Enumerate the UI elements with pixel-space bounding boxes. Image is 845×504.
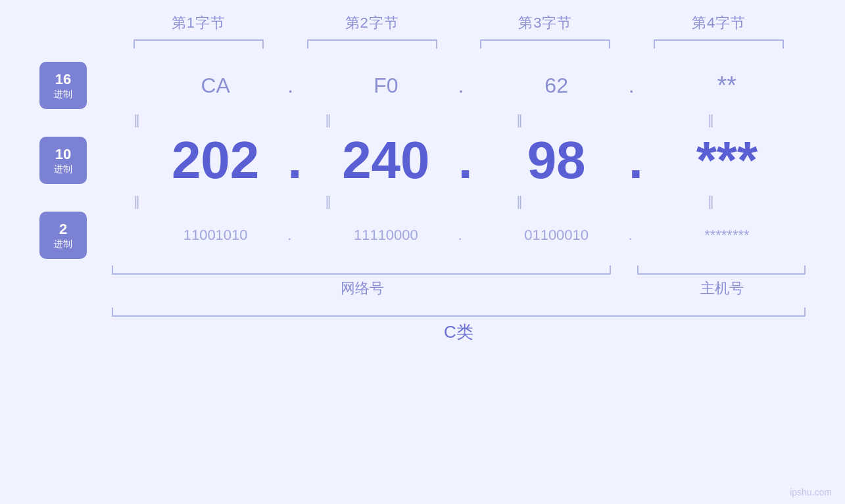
hex-badge-bottom: 进制 bbox=[54, 89, 72, 100]
bracket-top-4 bbox=[654, 39, 784, 49]
hex-content: CA . F0 . 62 . ** bbox=[137, 72, 806, 100]
pipe-cell-1-4: ‖ bbox=[614, 112, 806, 127]
decimal-b2: 240 bbox=[307, 130, 464, 191]
binary-badge: 2 进制 bbox=[39, 212, 87, 259]
byte3-header: 第3字节 bbox=[459, 13, 633, 33]
pipe-cell-2-3: ‖ bbox=[423, 193, 614, 209]
watermark: ipshu.com bbox=[790, 487, 832, 497]
host-bracket bbox=[637, 265, 806, 275]
binary-b3: 01100010 bbox=[478, 227, 635, 244]
bracket-cell-2 bbox=[285, 39, 459, 49]
class-bracket bbox=[112, 308, 806, 317]
binary-badge-col: 2 进制 bbox=[39, 212, 112, 259]
decimal-badge-top: 10 bbox=[55, 146, 71, 163]
binary-badge-bottom: 进制 bbox=[54, 239, 72, 250]
pipe-cell-2-1: ‖ bbox=[39, 193, 231, 209]
decimal-badge: 10 进制 bbox=[39, 137, 87, 184]
hex-b2: F0 bbox=[307, 74, 464, 98]
bottom-labels: 网络号 主机号 bbox=[112, 279, 806, 298]
decimal-badge-bottom: 进制 bbox=[54, 164, 72, 175]
main-container: 第1字节 第2字节 第3字节 第4字节 16 进制 CA bbox=[0, 0, 845, 504]
decimal-b3: 98 bbox=[478, 130, 635, 191]
bracket-top-2 bbox=[307, 39, 437, 49]
hex-badge-col: 16 进制 bbox=[39, 62, 112, 109]
decimal-badge-col: 10 进制 bbox=[39, 137, 112, 184]
decimal-content: 202 . 240 . 98 . *** bbox=[137, 130, 806, 191]
hex-b4: ** bbox=[648, 72, 806, 100]
bracket-cell-4 bbox=[632, 39, 806, 49]
network-label: 网络号 bbox=[112, 279, 612, 298]
host-label: 主机号 bbox=[639, 279, 806, 298]
pipe-cell-2-4: ‖ bbox=[614, 193, 806, 209]
class-bracket-row bbox=[112, 308, 806, 317]
bottom-brackets bbox=[112, 265, 806, 275]
network-bracket bbox=[112, 265, 611, 275]
class-label: C类 bbox=[112, 321, 806, 344]
pipe-row-2: ‖ ‖ ‖ ‖ bbox=[39, 193, 806, 209]
byte-headers: 第1字节 第2字节 第3字节 第4字节 bbox=[112, 13, 806, 33]
pipe-cell-2-2: ‖ bbox=[231, 193, 422, 209]
hex-b1: CA bbox=[137, 74, 294, 98]
pipe-cell-1-1: ‖ bbox=[39, 112, 231, 127]
top-brackets bbox=[112, 39, 806, 49]
bracket-cell-1 bbox=[112, 39, 285, 49]
hex-row: 16 进制 CA . F0 . 62 . ** bbox=[39, 62, 806, 109]
binary-b1: 11001010 bbox=[137, 227, 294, 244]
decimal-row: 10 进制 202 . 240 . 98 . *** bbox=[39, 130, 806, 191]
bracket-top-3 bbox=[480, 39, 610, 49]
binary-b2: 11110000 bbox=[307, 227, 464, 244]
byte4-header: 第4字节 bbox=[632, 13, 806, 33]
byte2-header: 第2字节 bbox=[285, 13, 459, 33]
pipe-cell-1-2: ‖ bbox=[231, 112, 422, 127]
hex-badge-top: 16 bbox=[55, 71, 71, 88]
binary-b4: ******** bbox=[648, 227, 806, 244]
binary-content: 11001010 . 11110000 . 01100010 . *******… bbox=[137, 227, 806, 244]
bracket-cell-3 bbox=[459, 39, 633, 49]
bottom-section: 网络号 主机号 bbox=[112, 265, 806, 298]
bracket-top-1 bbox=[133, 39, 264, 49]
hex-b3: 62 bbox=[478, 74, 635, 98]
hex-badge: 16 进制 bbox=[39, 62, 87, 109]
binary-row: 2 进制 11001010 . 11110000 . 01100010 . **… bbox=[39, 212, 806, 259]
pipe-row-1: ‖ ‖ ‖ ‖ bbox=[39, 112, 806, 127]
binary-badge-top: 2 bbox=[59, 221, 67, 238]
decimal-b1: 202 bbox=[137, 130, 294, 191]
byte1-header: 第1字节 bbox=[112, 13, 285, 33]
decimal-b4: *** bbox=[648, 130, 806, 191]
pipe-cell-1-3: ‖ bbox=[423, 112, 614, 127]
